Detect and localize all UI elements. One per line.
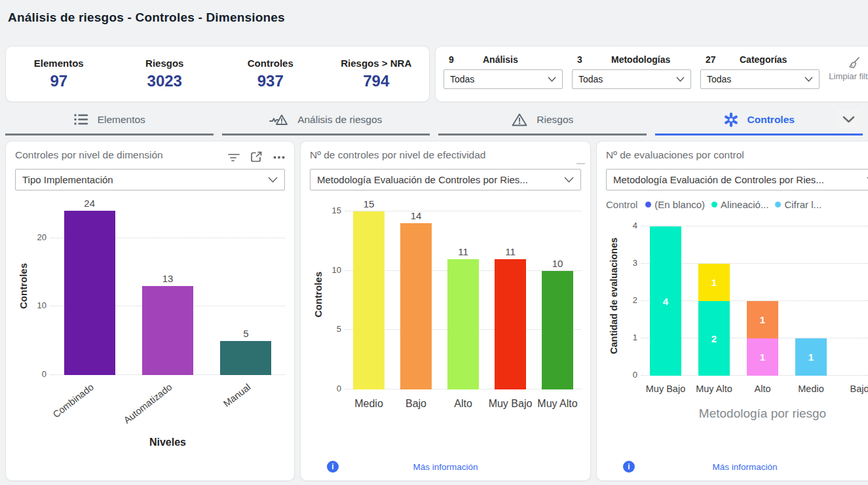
bar-segment[interactable] [353,211,385,389]
x-labels: Muy BajoMuy AltoAltoMedioBajo [641,382,868,396]
chevron-down-icon [268,177,278,183]
bar-segment[interactable]: 2 [698,301,730,376]
bar-segment[interactable] [142,286,193,375]
visual-title: Nº de controles por nivel de efectividad [310,149,581,161]
y-tick-label: 0 [32,369,47,379]
stacked-bar-chart-evaluaciones: Cantidad de evaluaciones 01234412111 Muy… [606,215,868,421]
card-evaluaciones-por-control: Nº de evaluaciones por control Metodolog… [596,141,868,481]
kpi-elementos: Elementos 97 [6,58,112,90]
filter-count: 9 [449,54,483,65]
bar-segment[interactable] [447,259,479,389]
x-axis-label: Alto [738,382,787,396]
x-axis-label: Muy Alto [690,382,738,396]
analisis-dropdown[interactable]: Todas [443,69,563,89]
filter-label: Análisis [483,54,518,65]
bar-segment[interactable]: 1 [747,301,778,338]
x-axis-label: Muy Bajo [641,382,690,396]
bar-segment[interactable] [64,211,115,375]
bar-alto[interactable]: 11 [747,301,778,376]
bar-segment[interactable]: 4 [650,226,681,376]
bar-segment[interactable]: 1 [747,338,778,376]
bar-segment[interactable] [400,223,432,389]
y-axis-title: Controles [15,197,31,375]
plot: 01234412111 [641,215,868,376]
bar-segment[interactable] [542,271,573,389]
bar-value-label: 10 [534,258,581,269]
bar-segment[interactable]: 1 [698,264,730,301]
bar-value-label: 11 [487,246,534,257]
kpi-label: Riesgos > NRA [324,58,430,69]
bar-segment[interactable] [220,341,271,375]
filter-icon[interactable] [228,153,240,162]
x-axis-label: Muy Bajo [487,397,534,411]
plot: 0102024135 [50,197,285,375]
y-axis-title: Controles [310,200,326,389]
x-axis-label: Alto [440,397,487,411]
bar-manual[interactable] [220,341,271,375]
focus-mode-icon[interactable] [250,151,263,163]
visuals-row: Controles por nivel de dimensión Tipo Im… [5,141,863,481]
legend-item-alineacion[interactable]: Alineació... [711,199,768,210]
chevron-down-icon [548,77,556,82]
y-axis-title: Cantidad de evaluaciones [606,215,622,376]
x-labels: MedioBajoAltoMuy BajoMuy Alto [345,397,581,411]
more-info-link[interactable]: Más información [312,462,578,472]
x-axis-label: Medio [345,397,392,411]
tab-controles[interactable]: Controles [655,108,863,135]
bar-combinado[interactable] [64,211,115,375]
bar-automatizado[interactable] [142,286,193,375]
metodologias-dropdown[interactable]: Todas [572,69,691,89]
kpi-value: 3023 [112,72,218,90]
x-labels: CombinadoAutomatizadoManual [50,375,285,437]
y-tick-label: 10 [32,300,47,310]
tab-riesgos[interactable]: Riesgos [438,108,647,135]
bar-muy-alto[interactable] [542,271,573,389]
chevron-down-icon [804,77,813,82]
x-axis-label: Medio [787,382,835,396]
legend-item-en-blanco[interactable]: (En blanco) [645,199,705,210]
bar-muy-alto[interactable]: 12 [698,264,730,376]
dimension-dropdown[interactable]: Tipo Implementación [15,169,285,190]
bar-alto[interactable] [447,259,479,389]
categorias-dropdown[interactable]: Todas [700,69,820,89]
bar-medio[interactable]: 1 [795,338,827,376]
filter-group-analisis: 9 Análisis Todas [443,52,563,89]
chevron-down-icon [676,77,685,82]
y-tick-label: 4 [623,221,637,230]
legend-item-cifrar[interactable]: Cifrar l... [775,199,821,210]
efectividad-dropdown[interactable]: Metodología Evaluación de Controles por … [310,169,581,190]
more-options-icon[interactable] [273,156,285,159]
collapse-tabs-button[interactable] [837,109,860,129]
x-axis-title: Metodología por riesgo [641,406,868,421]
x-axis-title: Niveles [50,437,285,448]
bar-segment[interactable]: 1 [795,338,827,376]
kpi-value: 794 [324,72,430,90]
bar-segment[interactable] [495,259,526,389]
bar-muy-bajo[interactable] [495,259,526,389]
filter-label: Metodologías [611,54,670,65]
bar-chart-dimension: Controles 0102024135 CombinadoAutomatiza… [15,197,285,448]
legend-title: Control [606,199,637,210]
filter-count: 27 [706,54,740,65]
card-controles-por-efectividad: Nº de controles por nivel de efectividad… [300,141,591,481]
y-tick-label: 0 [327,384,341,393]
bar-bajo[interactable] [400,223,432,389]
visual-title: Nº de evaluaciones por control [606,149,868,161]
bar-medio[interactable] [353,211,385,389]
corner-dash [576,163,585,164]
dashboard: Análisis de riesgos - Controles - Dimens… [0,0,868,485]
bar-muy-bajo[interactable]: 4 [650,226,681,376]
tab-elementos[interactable]: Elementos [5,108,214,135]
bar-value-label: 15 [345,198,392,209]
kpi-label: Elementos [6,58,112,69]
tab-analisis-de-riesgos[interactable]: Análisis de riesgos [222,108,430,135]
evaluaciones-dropdown[interactable]: Metodología Evaluación de Controles por … [606,169,868,190]
bar-chart-efectividad: Controles 0510151514111110 MedioBajoAlto… [310,200,581,411]
y-tick-label: 15 [327,206,341,215]
tab-bar: Elementos Análisis de riesgos Riesgos [5,108,863,135]
clear-filters-button[interactable]: Limpiar filtros [829,52,868,82]
y-tick-label: 5 [327,324,341,334]
more-info-link[interactable]: Más información [609,462,868,472]
x-axis-label: Muy Alto [534,397,581,411]
y-tick-label: 20 [32,232,47,242]
